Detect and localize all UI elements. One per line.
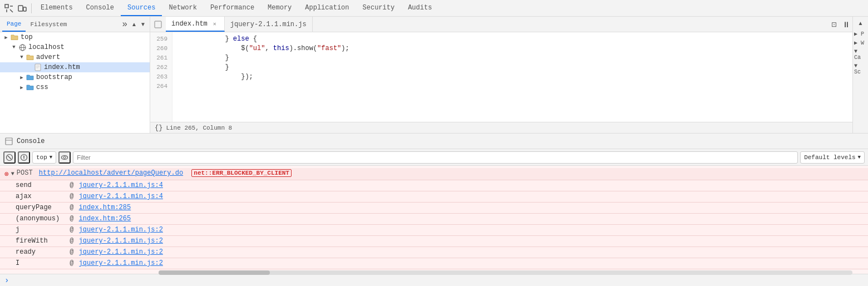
folder-icon-css [26, 83, 34, 91]
tree-arrow-advert[interactable]: ▼ [18, 55, 26, 60]
tree-item-index-htm[interactable]: index.htm [0, 62, 150, 72]
tab-sources[interactable]: Sources [121, 0, 162, 16]
sidebar-more-button[interactable]: » [120, 19, 130, 29]
console-section: Console top ▼ [0, 134, 868, 286]
sidebar-tab-filesystem[interactable]: Filesystem [26, 17, 71, 32]
right-scroll-up-btn[interactable]: ▲ [857, 19, 865, 27]
tree-item-localhost[interactable]: ▼ localhost [0, 42, 150, 52]
svg-line-3 [10, 9, 13, 12]
code-line-261: } [177, 53, 848, 63]
code-line-260: $("ul", this).show("fast"); [177, 44, 848, 53]
sidebar-scroll-down-btn[interactable]: ▼ [139, 20, 147, 29]
svg-point-22 [63, 156, 66, 159]
tree-label-top: top [21, 33, 33, 41]
console-error-row[interactable]: ⊗ ▼ POST http://localhost/advert/pageQue… [0, 168, 868, 180]
right-panel-item-1[interactable]: ▶ P [853, 29, 868, 38]
tab-memory[interactable]: Memory [261, 0, 298, 16]
code-tab-end: ⊡ ⏸ [828, 18, 852, 31]
tree-item-top[interactable]: ▶ top [0, 32, 150, 42]
tree-arrow-localhost[interactable]: ▼ [10, 45, 18, 50]
link-j[interactable]: jquery-2.1.1.min.js:2 [79, 226, 163, 234]
panel-pause-btn[interactable]: ⏸ [840, 18, 852, 31]
stack-I: I @ jquery-2.1.1.min.js:2 [16, 259, 864, 267]
code-tab-jquery[interactable]: jquery-2.1.1.min.js [225, 17, 313, 32]
console-header: Console [0, 134, 868, 149]
tree-arrow-bootstrap[interactable]: ▶ [18, 75, 26, 81]
code-tab-jquery-label: jquery-2.1.1.min.js [230, 21, 307, 28]
link-ajax[interactable]: jquery-2.1.1.min.js:4 [79, 193, 163, 200]
stack-label-I: I [16, 259, 66, 267]
code-area[interactable]: 259 260 261 262 263 264 } else { $("ul",… [150, 32, 852, 122]
tree-item-css[interactable]: ▶ css [0, 82, 150, 92]
stack-label-anonymous: (anonymous) [16, 215, 66, 223]
add-tab-button[interactable] [150, 17, 166, 32]
at-I: @ [70, 259, 73, 267]
tree-item-bootstrap[interactable]: ▶ bootstrap [0, 72, 150, 82]
link-fireWith[interactable]: jquery-2.1.1.min.js:2 [79, 237, 163, 245]
sidebar-tab-page[interactable]: Page [2, 17, 26, 32]
stack-row-send: send @ jquery-2.1.1.min.js:4 [0, 180, 868, 191]
tab-audits[interactable]: Audits [401, 0, 438, 16]
tree-arrow-top[interactable]: ▶ [2, 34, 10, 41]
at-fireWith: @ [70, 237, 73, 245]
expand-arrow[interactable]: ▼ [11, 171, 14, 177]
stack-label-fireWith: fireWith [16, 237, 66, 245]
tab-console[interactable]: Console [80, 0, 121, 16]
right-panel: ▲ ▶ P ▶ W ▼ Ca ▼ Sc [852, 17, 868, 133]
at-ajax: @ [70, 193, 73, 200]
link-I[interactable]: jquery-2.1.1.min.js:2 [79, 259, 163, 267]
status-bar: {} Line 265, Column 8 [150, 122, 852, 133]
code-tabs: index.htm ✕ jquery-2.1.1.min.js ⊡ ⏸ [150, 17, 852, 32]
file-sidebar: Page Filesystem » ▲ ▼ ▶ top [0, 17, 150, 133]
pause-btn[interactable] [18, 151, 30, 164]
link-queryPage[interactable]: index.htm:285 [79, 204, 131, 211]
tab-security[interactable]: Security [356, 0, 402, 16]
code-tab-index[interactable]: index.htm ✕ [166, 17, 225, 32]
sidebar-tabs: Page Filesystem » ▲ ▼ [0, 17, 150, 32]
code-content[interactable]: } else { $("ul", this).show("fast"); } }… [172, 32, 852, 122]
console-output[interactable]: ⊗ ▼ POST http://localhost/advert/pageQue… [0, 166, 868, 274]
panel-expand-btn[interactable]: ⊡ [828, 18, 840, 31]
link-anonymous[interactable]: index.htm:265 [79, 215, 131, 223]
console-expand-icon[interactable] [4, 137, 13, 146]
svg-point-20 [23, 158, 24, 159]
tab-elements[interactable]: Elements [34, 0, 80, 16]
line-numbers: 259 260 261 262 263 264 [150, 32, 172, 122]
console-prompt-icon: › [4, 276, 9, 285]
eye-btn[interactable] [58, 151, 71, 164]
clear-console-btn[interactable] [3, 151, 16, 164]
right-panel-item-3[interactable]: ▼ Ca [853, 47, 868, 62]
levels-label: Default levels [804, 154, 855, 161]
device-toggle-icon[interactable] [16, 2, 29, 15]
file-icon-index [33, 63, 42, 71]
stack-row-I: I @ jquery-2.1.1.min.js:2 [0, 258, 868, 269]
tab-network[interactable]: Network [162, 0, 203, 16]
link-send[interactable]: jquery-2.1.1.min.js:4 [79, 181, 163, 189]
right-panel-item-4[interactable]: ▼ Sc [853, 62, 868, 76]
sidebar-scroll-up-btn[interactable]: ▲ [130, 20, 139, 29]
inspect-icon[interactable] [2, 2, 16, 15]
tree-item-advert[interactable]: ▼ advert [0, 52, 150, 62]
tree-label-index: index.htm [44, 63, 80, 71]
tab-application[interactable]: Application [298, 0, 356, 16]
tree-arrow-css[interactable]: ▶ [18, 85, 26, 91]
context-label: top [36, 154, 47, 161]
stack-row-anonymous: (anonymous) @ index.htm:265 [0, 214, 868, 225]
stack-label-ready: ready [16, 248, 66, 256]
tab-performance[interactable]: Performance [204, 0, 261, 16]
line-num-259: 259 [150, 34, 172, 44]
stack-row-j: j @ jquery-2.1.1.min.js:2 [0, 225, 868, 236]
error-url[interactable]: http://localhost/advert/pageQuery.do [39, 169, 183, 177]
levels-selector[interactable]: Default levels ▼ [800, 151, 865, 164]
right-panel-item-2[interactable]: ▶ W [853, 38, 868, 47]
tree-label-advert: advert [36, 53, 60, 61]
code-tab-index-close[interactable]: ✕ [211, 20, 219, 28]
filter-input[interactable] [73, 151, 798, 164]
line-num-263: 263 [150, 72, 172, 82]
stack-label-send: send [16, 181, 66, 189]
stack-row-ajax: ajax @ jquery-2.1.1.min.js:4 [0, 191, 868, 203]
context-selector[interactable]: top ▼ [32, 151, 56, 164]
link-ready[interactable]: jquery-2.1.1.min.js:2 [79, 248, 163, 256]
file-tree[interactable]: ▶ top ▼ [0, 32, 150, 133]
error-icon: ⊗ [4, 170, 9, 179]
